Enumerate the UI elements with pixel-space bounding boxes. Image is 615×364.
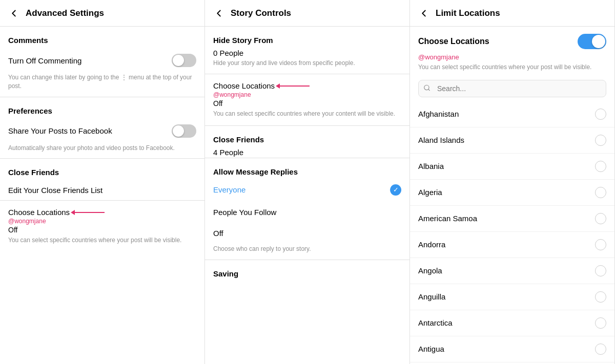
search-icon <box>423 84 430 93</box>
story-close-friends-count: 4 People <box>205 146 409 158</box>
advanced-settings-header: Advanced Settings <box>0 0 204 27</box>
limit-desc: You can select specific countries where … <box>410 63 614 78</box>
reply-option-follow-label: People You Follow <box>213 208 276 217</box>
country-item[interactable]: Algeria <box>410 180 614 206</box>
arrow-line <box>74 212 105 213</box>
allow-replies-desc: Choose who can reply to your story. <box>205 244 409 260</box>
preferences-section-label: Preferences <box>0 97 204 119</box>
country-name: Anguilla <box>418 292 445 301</box>
back-button[interactable] <box>8 8 19 19</box>
country-item[interactable]: Albania <box>410 154 614 180</box>
facebook-toggle[interactable] <box>172 124 196 138</box>
close-friends-section-label: Close Friends <box>0 159 204 181</box>
edit-close-friends-label: Edit Your Close Friends List <box>8 186 102 195</box>
limit-locations-header: Limit Locations <box>410 0 614 27</box>
reply-option-off[interactable]: Off <box>205 223 409 244</box>
choose-locations-username-p1: @wongmjane <box>8 218 196 225</box>
country-item[interactable]: Antarctica <box>410 310 614 336</box>
panel2-title: Story Controls <box>231 8 291 18</box>
story-choose-locations-desc: You can select specific countries where … <box>213 110 401 118</box>
choose-locations-desc-p1: You can select specific countries where … <box>8 236 196 245</box>
country-radio <box>595 109 606 120</box>
reply-option-off-label: Off <box>213 229 223 238</box>
choose-locations-row[interactable]: Choose Locations @wongmjane Off You can … <box>0 201 204 252</box>
story-choose-locations-title-wrap: Choose Locations <box>213 81 401 90</box>
panel3-title: Limit Locations <box>436 8 500 18</box>
commenting-desc: You can change this later by going to th… <box>0 72 204 97</box>
country-name: Antarctica <box>418 318 453 327</box>
advanced-settings-panel: Advanced Settings Comments Turn Off Comm… <box>0 0 205 364</box>
limit-locations-panel: Limit Locations Choose Locations @wongmj… <box>410 0 615 364</box>
edit-close-friends-row[interactable]: Edit Your Close Friends List <box>0 181 204 200</box>
share-facebook-label: Share Your Posts to Facebook <box>8 126 112 135</box>
country-item[interactable]: Anguilla <box>410 284 614 310</box>
story-choose-locations-username: @wongmjane <box>213 91 401 98</box>
reply-option-everyone[interactable]: Everyone ✓ <box>205 178 409 202</box>
country-radio <box>595 213 606 224</box>
country-name: Albania <box>418 162 444 170</box>
country-name: Algeria <box>418 188 442 197</box>
country-name: Antigua <box>418 345 444 353</box>
commenting-toggle[interactable] <box>172 54 196 67</box>
country-item[interactable]: Afghanistan <box>410 101 614 127</box>
hide-story-label: Hide Story From <box>205 27 409 47</box>
story-pink-arrow <box>279 85 310 87</box>
allow-replies-label: Allow Message Replies <box>205 158 409 178</box>
story-choose-locations-off: Off <box>213 99 401 108</box>
country-radio <box>595 187 606 198</box>
limit-username: @wongmjane <box>410 53 614 63</box>
choose-locations-title-wrap: Choose Locations <box>8 208 196 217</box>
country-radio <box>595 291 606 303</box>
panel2-content: Hide Story From 0 People Hide your story… <box>205 27 409 364</box>
country-item[interactable]: Antigua <box>410 336 614 362</box>
comments-section-label: Comments <box>0 27 204 49</box>
turn-off-commenting-label: Turn Off Commenting <box>8 56 81 65</box>
saving-label: Saving <box>205 260 409 280</box>
facebook-desc: Automatically share your photo and video… <box>0 143 204 159</box>
story-choose-locations-row[interactable]: Choose Locations @wongmjane Off You can … <box>205 74 409 125</box>
country-item[interactable]: Angola <box>410 258 614 284</box>
story-close-friends-label: Close Friends <box>205 126 409 146</box>
limit-locations-toggle[interactable] <box>578 34 606 49</box>
country-name: Angola <box>418 266 442 275</box>
country-radio <box>595 161 606 172</box>
country-item[interactable]: American Samoa <box>410 206 614 232</box>
country-radio <box>595 317 606 329</box>
search-input[interactable] <box>418 80 606 97</box>
turn-off-commenting-row: Turn Off Commenting <box>0 49 204 72</box>
country-name: American Samoa <box>418 214 477 223</box>
share-facebook-row: Share Your Posts to Facebook <box>0 119 204 143</box>
choose-locations-off-p1: Off <box>8 226 196 234</box>
limit-back-button[interactable] <box>418 8 429 19</box>
limit-choose-label: Choose Locations <box>418 37 489 46</box>
limit-choose-row: Choose Locations <box>410 27 614 53</box>
story-choose-locations-title: Choose Locations <box>213 81 275 90</box>
story-controls-panel: Story Controls Hide Story From 0 People … <box>205 0 410 364</box>
choose-locations-title-p1: Choose Locations <box>8 208 70 217</box>
panel3-content: Choose Locations @wongmjane You can sele… <box>410 27 614 364</box>
search-wrap <box>418 80 606 97</box>
panel1-title: Advanced Settings <box>26 8 104 18</box>
story-back-button[interactable] <box>213 8 224 19</box>
reply-option-everyone-label: Everyone <box>213 185 245 194</box>
country-name: Andorra <box>418 240 445 249</box>
pink-arrow-indicator <box>74 212 105 213</box>
country-item[interactable]: Andorra <box>410 232 614 258</box>
story-arrow-line <box>279 85 310 87</box>
svg-line-1 <box>428 89 430 91</box>
story-controls-header: Story Controls <box>205 0 409 27</box>
country-item[interactable]: Aland Islands <box>410 127 614 154</box>
country-list: Afghanistan Aland Islands Albania Algeri… <box>410 101 614 364</box>
reply-option-follow[interactable]: People You Follow <box>205 202 409 223</box>
country-radio <box>595 239 606 250</box>
hide-story-desc: Hide your story and live videos from spe… <box>205 58 409 74</box>
everyone-checkmark: ✓ <box>390 184 401 196</box>
country-radio <box>595 344 606 355</box>
country-name: Aland Islands <box>418 136 464 144</box>
hide-story-count: 0 People <box>205 47 409 58</box>
country-radio <box>595 265 606 276</box>
panel1-content: Comments Turn Off Commenting You can cha… <box>0 27 204 364</box>
country-name: Afghanistan <box>418 110 459 118</box>
country-radio <box>595 135 606 146</box>
